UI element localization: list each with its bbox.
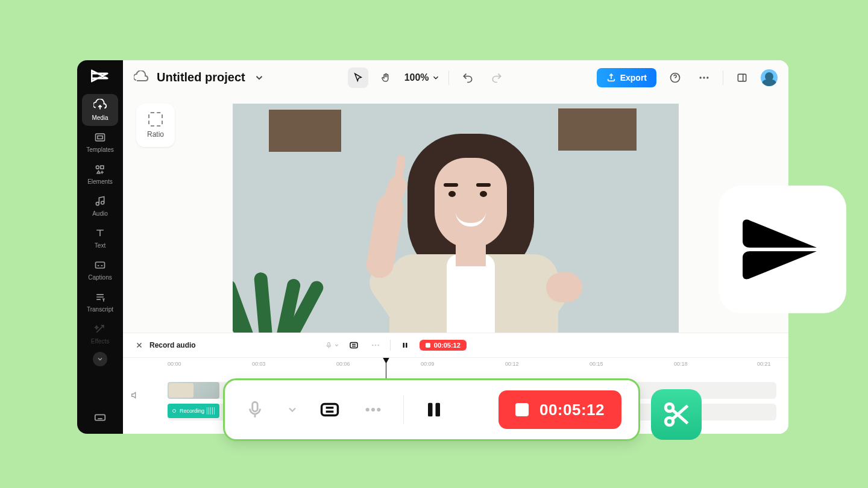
svg-point-2 (96, 166, 99, 169)
keyboard-icon[interactable] (93, 411, 107, 424)
ratio-icon (148, 112, 163, 127)
project-menu-button[interactable] (254, 72, 265, 83)
stop-icon (426, 343, 430, 348)
ruler-mark: 00:18 (674, 361, 688, 367)
record-title: Record audio (149, 341, 196, 349)
svg-rect-21 (253, 402, 258, 411)
sidebar-item-templates[interactable]: Templates (82, 126, 118, 158)
svg-rect-1 (98, 136, 102, 139)
svg-point-15 (372, 344, 374, 346)
ruler-mark: 00:09 (421, 361, 435, 367)
redo-button[interactable] (486, 67, 507, 88)
mic-button[interactable] (242, 396, 268, 423)
sidebar-item-effects[interactable]: Effects (82, 318, 118, 349)
sidebar-label: Elements (87, 178, 113, 185)
export-label: Export (620, 73, 647, 83)
cloud-upload-icon (93, 99, 107, 112)
svg-rect-14 (350, 342, 357, 348)
ratio-label: Ratio (147, 130, 164, 139)
svg-point-16 (374, 344, 376, 346)
divider (390, 340, 391, 351)
cloud-sync-icon[interactable] (134, 70, 148, 85)
more-button[interactable] (694, 67, 714, 88)
sidebar-item-audio[interactable]: Audio (82, 190, 118, 222)
svg-point-24 (371, 408, 375, 411)
teleprompter-button[interactable] (347, 338, 361, 352)
user-avatar[interactable] (761, 69, 778, 86)
svg-point-29 (665, 418, 673, 425)
video-clip[interactable] (168, 382, 219, 399)
ruler-mark: 00:00 (168, 361, 181, 367)
topbar: Untitled project 100% (123, 60, 788, 95)
captions-icon (93, 258, 107, 272)
svg-rect-12 (738, 74, 746, 81)
svg-rect-0 (96, 134, 105, 141)
zoom-dropdown[interactable]: 100% (404, 72, 440, 83)
svg-rect-7 (95, 414, 105, 420)
undo-button[interactable] (458, 67, 478, 88)
sidebar-item-text[interactable]: Text (82, 222, 118, 254)
recording-controls-overlay: 00:05:12 (223, 378, 640, 441)
scissors-icon (661, 399, 691, 430)
svg-rect-19 (406, 343, 407, 348)
editor-window: Media Templates Elements Audio Text (77, 60, 788, 434)
sidebar-item-elements[interactable]: Elements (82, 158, 118, 190)
svg-rect-26 (428, 403, 433, 417)
sidebar-label: Transcript (87, 306, 113, 313)
svg-point-28 (665, 404, 673, 411)
svg-point-11 (706, 77, 708, 78)
sidebar-label: Audio (92, 210, 108, 217)
record-time-small: 00:05:12 (434, 342, 461, 349)
speaker-icon[interactable] (130, 390, 140, 400)
record-more-button[interactable] (368, 338, 383, 352)
more-button-large[interactable] (360, 396, 386, 423)
hand-tool-button[interactable] (376, 67, 396, 88)
export-button[interactable]: Export (597, 68, 656, 87)
capcut-logo-icon (737, 213, 828, 286)
text-icon (93, 227, 107, 240)
help-button[interactable] (665, 67, 685, 88)
close-record-button[interactable] (135, 341, 143, 349)
sidebar-label: Captions (88, 274, 112, 281)
mic-dropdown-button[interactable] (325, 338, 339, 352)
svg-rect-18 (403, 343, 404, 348)
ruler-mark: 00:06 (336, 361, 350, 367)
timeline-ruler[interactable]: 00:00 00:03 00:06 00:09 00:12 00:15 00:1… (123, 358, 788, 372)
export-icon (606, 73, 616, 83)
stop-icon (515, 403, 529, 416)
svg-rect-22 (322, 404, 338, 416)
project-title[interactable]: Untitled project (157, 70, 245, 84)
select-tool-button[interactable] (348, 67, 368, 88)
panel-toggle-button[interactable] (732, 67, 752, 88)
sidebar-item-transcript[interactable]: Transcript (82, 286, 118, 318)
mic-chevron-button[interactable] (285, 396, 300, 423)
divider (723, 70, 723, 85)
audio-clip-label: Recording (180, 408, 204, 414)
record-bar: Record audio 00:05:12 (123, 333, 788, 357)
record-badge[interactable]: 00:05:12 (420, 340, 467, 351)
svg-rect-3 (101, 166, 104, 169)
cursor-tools (348, 67, 396, 88)
ratio-button[interactable]: Ratio (136, 104, 175, 147)
transcript-icon (93, 290, 107, 304)
audio-clip[interactable]: Recording (168, 404, 219, 418)
svg-point-25 (377, 408, 380, 411)
sidebar-expand-button[interactable] (93, 352, 107, 366)
svg-point-20 (173, 409, 176, 412)
record-dot-icon (171, 408, 177, 414)
sidebar-item-media[interactable]: Media (82, 94, 118, 126)
sidebar-label: Text (95, 242, 105, 249)
svg-rect-13 (328, 342, 330, 346)
recording-time: 00:05:12 (539, 401, 605, 419)
svg-rect-27 (436, 403, 441, 417)
pause-button-small[interactable] (398, 338, 412, 352)
capcut-logo-icon (90, 69, 110, 83)
teleprompter-button-large[interactable] (316, 396, 343, 423)
sidebar-label: Effects (91, 338, 109, 345)
stop-recording-button[interactable]: 00:05:12 (498, 390, 621, 429)
pause-button[interactable] (421, 396, 447, 423)
scissors-tile (651, 389, 702, 440)
sidebar-item-captions[interactable]: Captions (82, 254, 118, 286)
video-preview[interactable] (233, 104, 679, 333)
svg-point-10 (703, 77, 705, 78)
